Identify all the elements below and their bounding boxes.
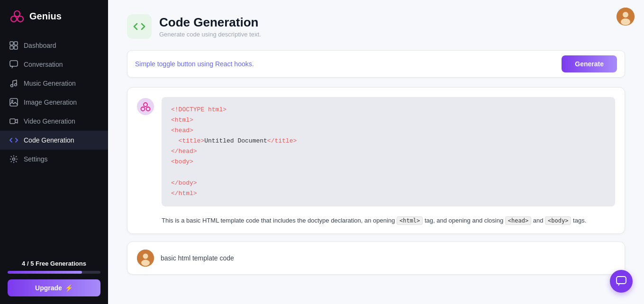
app-name: Genius xyxy=(29,11,62,22)
chat-bubble-icon xyxy=(616,276,626,286)
ai-avatar xyxy=(137,98,154,115)
music-icon xyxy=(9,79,18,88)
code-line-6: <body> xyxy=(171,157,606,167)
page-header-text: Code Generation Generate code using desc… xyxy=(159,15,261,38)
description-text-before: This is a basic HTML template code that … xyxy=(162,217,397,224)
sidebar-item-label: Dashboard xyxy=(24,42,56,49)
description-text-middle1: tag, and opening and closing xyxy=(425,217,505,224)
description-text-middle2: and xyxy=(533,217,545,224)
svg-rect-4 xyxy=(14,42,18,45)
svg-point-22 xyxy=(141,259,150,266)
settings-icon xyxy=(9,155,18,163)
code-line-3: <head> xyxy=(171,125,606,136)
svg-point-16 xyxy=(621,18,630,25)
svg-point-21 xyxy=(143,253,148,259)
sidebar-item-label: Code Generation xyxy=(24,136,74,144)
user-query-card: basic html template code xyxy=(127,241,625,275)
svg-point-15 xyxy=(623,12,628,18)
sidebar-item-conversation[interactable]: Conversation xyxy=(0,55,108,74)
video-icon xyxy=(9,117,18,125)
logo-icon xyxy=(9,9,25,24)
sidebar-item-label: Conversation xyxy=(24,61,63,68)
sidebar-item-label: Image Generation xyxy=(24,98,77,106)
sidebar-item-label: Settings xyxy=(24,155,48,163)
code-line-5: </head> xyxy=(171,146,606,157)
input-row: Generate xyxy=(127,50,625,78)
card-description: This is a basic HTML template code that … xyxy=(127,216,625,233)
sidebar-item-label: Music Generation xyxy=(24,80,76,87)
page-header-icon-wrap xyxy=(127,14,152,39)
sidebar-bottom: 4 / 5 Free Generations Upgrade ⚡ xyxy=(0,252,108,304)
code-generation-page-icon xyxy=(133,20,146,33)
sidebar-item-music-generation[interactable]: Music Generation xyxy=(0,74,108,93)
user-avatar-top[interactable] xyxy=(617,8,635,26)
description-tag3: <body> xyxy=(545,216,571,225)
code-line-2: <html> xyxy=(171,115,606,125)
code-icon xyxy=(9,136,18,144)
svg-point-11 xyxy=(12,100,13,102)
user-query-text: basic html template code xyxy=(161,254,234,262)
page-title: Code Generation xyxy=(159,15,261,30)
description-text-end: tags. xyxy=(573,217,586,224)
avatar-image xyxy=(617,8,635,26)
description-tag1: <html> xyxy=(397,216,423,225)
svg-point-13 xyxy=(13,158,15,161)
chat-icon xyxy=(9,60,18,69)
progress-bar-background xyxy=(8,271,100,274)
upgrade-icon: ⚡ xyxy=(65,284,73,292)
sidebar-item-label: Video Generation xyxy=(24,117,75,125)
svg-rect-3 xyxy=(10,42,13,45)
svg-point-17 xyxy=(144,103,147,107)
image-icon xyxy=(9,98,18,107)
ai-logo-icon xyxy=(140,101,151,112)
code-line-9: </html> xyxy=(171,188,606,199)
svg-rect-5 xyxy=(10,46,13,49)
code-output-card: <!DOCTYPE html> <html> <head> <title>Unt… xyxy=(127,87,625,234)
svg-point-18 xyxy=(141,107,145,111)
sidebar-item-video-generation[interactable]: Video Generation xyxy=(0,112,108,131)
upgrade-button[interactable]: Upgrade ⚡ xyxy=(8,279,100,296)
grid-icon xyxy=(9,41,18,50)
page-header: Code Generation Generate code using desc… xyxy=(127,14,625,39)
sidebar: Genius Dashboard Conversation Music Gene… xyxy=(0,0,108,304)
svg-rect-12 xyxy=(10,119,15,124)
code-line-1: <!DOCTYPE html> xyxy=(171,105,606,115)
app-logo[interactable]: Genius xyxy=(0,0,108,32)
user-card-inner: basic html template code xyxy=(127,242,625,274)
free-generations-label: 4 / 5 Free Generations xyxy=(8,260,100,267)
chat-bubble-button[interactable] xyxy=(610,270,633,293)
svg-rect-10 xyxy=(10,98,18,106)
prompt-input[interactable] xyxy=(135,60,556,68)
code-line-7 xyxy=(171,168,606,178)
sidebar-nav: Dashboard Conversation Music Generation … xyxy=(0,32,108,252)
svg-point-9 xyxy=(15,84,17,86)
svg-rect-7 xyxy=(10,61,18,66)
page-subtitle: Generate code using descriptive text. xyxy=(159,31,261,38)
svg-rect-23 xyxy=(617,277,626,284)
upgrade-label: Upgrade xyxy=(35,284,62,292)
code-line-8: </body> xyxy=(171,178,606,188)
code-block: <!DOCTYPE html> <html> <head> <title>Unt… xyxy=(162,97,615,206)
user-avatar-card xyxy=(137,250,154,267)
sidebar-item-code-generation[interactable]: Code Generation xyxy=(0,131,108,150)
code-card-inner: <!DOCTYPE html> <html> <head> <title>Unt… xyxy=(127,88,625,216)
description-tag2: <head> xyxy=(505,216,531,225)
sidebar-item-dashboard[interactable]: Dashboard xyxy=(0,36,108,55)
user-avatar-image xyxy=(137,250,154,267)
sidebar-item-settings[interactable]: Settings xyxy=(0,150,108,169)
svg-point-0 xyxy=(14,11,20,17)
generate-button[interactable]: Generate xyxy=(562,55,617,72)
svg-point-2 xyxy=(18,16,23,22)
svg-point-19 xyxy=(146,107,150,111)
code-line-4: <title>Untitled Document</title> xyxy=(171,136,606,146)
sidebar-item-image-generation[interactable]: Image Generation xyxy=(0,93,108,112)
svg-rect-6 xyxy=(14,46,18,49)
main-content: Code Generation Generate code using desc… xyxy=(108,0,644,304)
progress-bar-fill xyxy=(8,271,82,274)
svg-point-1 xyxy=(11,16,17,22)
svg-point-8 xyxy=(11,85,13,87)
